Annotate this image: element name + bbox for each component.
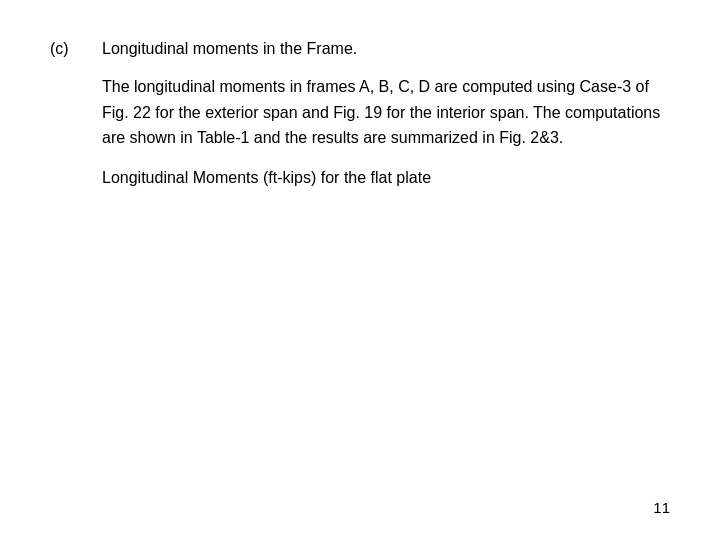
page-container: (c) Longitudinal moments in the Frame. T… (0, 0, 720, 540)
page-number: 11 (653, 499, 670, 516)
section-label: (c) (50, 40, 86, 58)
section-header: (c) Longitudinal moments in the Frame. (50, 40, 670, 58)
paragraph-1: The longitudinal moments in frames A, B,… (102, 74, 670, 151)
paragraph-2: Longitudinal Moments (ft-kips) for the f… (102, 165, 670, 191)
section-title: Longitudinal moments in the Frame. (102, 40, 357, 58)
section-body: The longitudinal moments in frames A, B,… (102, 74, 670, 190)
